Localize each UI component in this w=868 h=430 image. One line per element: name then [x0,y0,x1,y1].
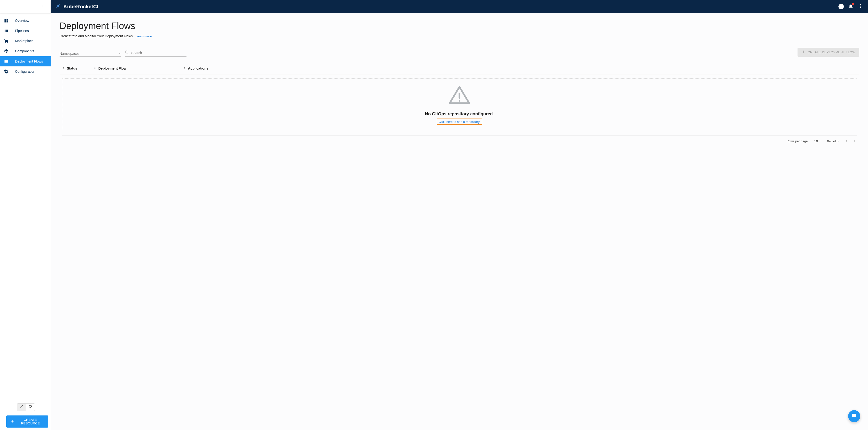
sidebar-item-label: Deployment Flows [15,59,43,63]
caret-down-icon [819,139,821,143]
caret-down-icon [119,52,121,56]
sidebar-item-configuration[interactable]: Configuration [0,66,51,77]
namespaces-select[interactable]: Namespaces [60,51,121,57]
sidebar-item-label: Overview [15,19,29,23]
topbar: KubeRocketCI [51,0,868,13]
sidebar-item-label: Configuration [15,69,35,74]
rocket-icon [20,405,24,410]
sidebar-item-components[interactable]: Components [0,46,51,56]
search-input[interactable] [131,51,186,55]
sidebar-item-label: Pipelines [15,29,29,33]
column-deployment-flow[interactable]: Deployment Flow [93,66,183,70]
rows-per-page-value: 50 [814,139,818,143]
footer-rocket-button[interactable] [17,404,26,411]
page-subtitle: Orchestrate and Monitor Your Deployment … [60,34,859,38]
sidebar-item-deployment-flows[interactable]: Deployment Flows [0,56,51,66]
column-apps-label: Applications [188,66,208,70]
more-vert-icon [858,5,863,9]
gear-icon [4,69,15,74]
add-repository-link[interactable]: Click here to add a repository. [439,120,480,124]
bell-icon [848,5,854,9]
notifications-button[interactable] [848,3,854,10]
notification-dot [852,3,854,5]
empty-state-link-highlight: Click here to add a repository. [437,118,482,125]
sidebar-item-overview[interactable]: Overview [0,16,51,26]
flows-icon [4,59,15,64]
column-status-label: Status [67,66,77,70]
page-subtitle-text: Orchestrate and Monitor Your Deployment … [60,34,134,38]
brand[interactable]: KubeRocketCI [56,3,98,10]
plus-icon [10,419,14,424]
more-button[interactable] [858,3,863,10]
sidebar-collapse-button[interactable] [0,0,51,13]
search-field[interactable] [125,49,186,57]
column-flow-label: Deployment Flow [98,66,126,70]
create-flow-label: CREATE DEPLOYMENT FLOW [808,50,856,54]
sort-icon [183,66,186,70]
search-icon [125,50,129,56]
footer-mode-buttons [17,403,35,411]
cart-icon [4,38,15,44]
sidebar-item-label: Components [15,49,34,53]
page-title: Deployment Flows [60,21,859,31]
info-button[interactable] [838,4,844,9]
create-resource-label: CREATE RESOURCE [17,418,44,425]
svg-point-4 [459,100,460,102]
pipelines-icon [4,28,15,33]
column-status[interactable]: Status [60,66,93,70]
footer-kube-button[interactable] [26,404,35,411]
sidebar-item-label: Marketplace [15,39,33,43]
sidebar-item-pipelines[interactable]: Pipelines [0,26,51,36]
create-deployment-flow-button: CREATE DEPLOYMENT FLOW [798,48,859,57]
svg-point-0 [860,4,861,5]
sort-icon [62,66,65,70]
brand-name: KubeRocketCI [63,4,98,9]
rows-per-page-select[interactable]: 50 [814,139,821,143]
dashboard-icon [4,18,15,23]
sort-icon [93,66,96,70]
svg-point-2 [860,7,861,8]
plus-icon [801,50,806,55]
svg-point-1 [860,6,861,6]
empty-state: No GitOps repository configured. Click h… [62,78,857,132]
next-page-button[interactable] [853,139,857,143]
learn-more-link[interactable]: Learn more. [135,34,153,38]
warning-icon [448,84,471,107]
sidebar-item-marketplace[interactable]: Marketplace [0,36,51,46]
kubernetes-icon [28,405,32,410]
brand-icon [56,3,61,10]
info-icon [838,4,844,9]
prev-page-button[interactable] [844,139,848,143]
column-applications[interactable]: Applications [183,66,859,70]
chat-icon [851,413,857,420]
chat-fab[interactable] [848,410,860,422]
chevron-left-icon [40,4,44,9]
sidebar: Overview Pipelines Marketplace Component… [0,0,51,430]
namespaces-label: Namespaces [60,52,80,56]
pagination: Rows per page: 50 0–0 of 0 [60,136,859,143]
content: Deployment Flows Orchestrate and Monitor… [51,13,868,430]
empty-state-title: No GitOps repository configured. [425,112,494,117]
table-header: Status Deployment Flow Applications [60,62,859,75]
layers-icon [4,49,15,54]
sidebar-nav: Overview Pipelines Marketplace Component… [0,13,51,401]
pagination-range: 0–0 of 0 [827,139,838,143]
rows-per-page-label: Rows per page: [786,139,808,143]
sidebar-footer: CREATE RESOURCE [0,401,51,430]
create-resource-button[interactable]: CREATE RESOURCE [6,415,48,428]
